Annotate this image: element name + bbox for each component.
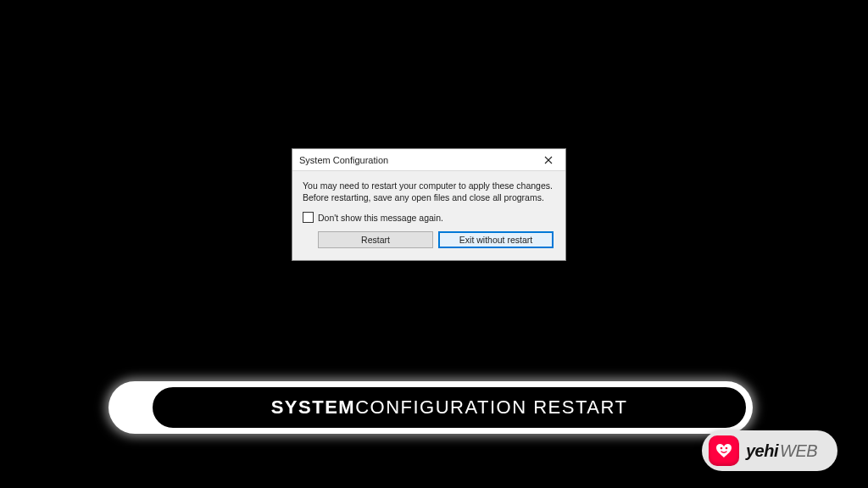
exit-without-restart-button[interactable]: Exit without restart	[438, 231, 554, 248]
restart-button[interactable]: Restart	[318, 231, 433, 248]
dont-show-again-checkbox[interactable]: Don't show this message again.	[303, 212, 555, 223]
system-configuration-dialog: System Configuration You may need to res…	[292, 148, 566, 261]
caption-banner: SYSTEM CONFIGURATION RESTART	[108, 381, 753, 434]
checkbox-label: Don't show this message again.	[318, 213, 443, 223]
watermark-logo	[709, 435, 739, 466]
dialog-titlebar: System Configuration	[292, 149, 565, 171]
watermark-brand-light: WEB	[780, 441, 817, 461]
close-button[interactable]	[531, 149, 565, 171]
dialog-title: System Configuration	[299, 155, 531, 165]
svg-point-2	[721, 447, 723, 450]
banner-normal-text: CONFIGURATION RESTART	[355, 396, 627, 419]
svg-point-3	[726, 447, 728, 450]
dialog-message-line2: Before restarting, save any open files a…	[303, 192, 544, 202]
heart-icon	[715, 443, 732, 458]
banner-bold-text: SYSTEM	[271, 396, 355, 419]
dialog-message: You may need to restart your computer to…	[303, 180, 555, 203]
checkbox-icon	[303, 212, 314, 223]
dialog-button-row: Restart Exit without restart	[303, 231, 555, 250]
dialog-message-line1: You may need to restart your computer to…	[303, 180, 553, 191]
watermark-brand-bold: yehi	[746, 441, 778, 461]
dialog-body: You may need to restart your computer to…	[292, 171, 565, 260]
watermark-text: yehiWEB	[746, 441, 817, 461]
close-icon	[544, 156, 553, 164]
banner-text-container: SYSTEM CONFIGURATION RESTART	[151, 385, 748, 430]
yehiweb-watermark: yehiWEB	[702, 430, 837, 471]
